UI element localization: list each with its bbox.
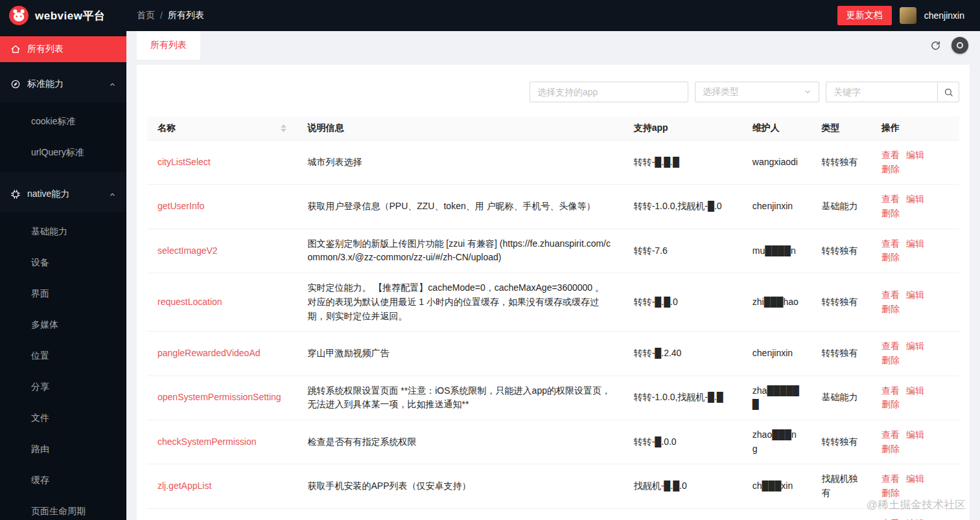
sidebar-item-standard-ability[interactable]: 标准能力	[0, 71, 126, 97]
sidebar-item-basic-ability[interactable]: 基础能力	[0, 219, 126, 245]
ability-name-link[interactable]: pangleRewardedVideoAd	[158, 348, 261, 358]
sidebar-item-urlquery-standard[interactable]: urlQuery标准	[0, 140, 126, 166]
column-label: 说明信息	[307, 122, 344, 133]
maintainer: zha██████	[742, 376, 811, 420]
delete-link[interactable]: 删除	[881, 252, 900, 262]
tab-all-list[interactable]: 所有列表	[137, 31, 200, 60]
ability-desc: 跳转系统权限设置页面 **注意：iOS系统限制，只能进入app的权限设置页，无法…	[297, 376, 623, 420]
ability-desc: 城市列表选择	[297, 141, 623, 185]
table-row: pangleRewardedVideoAd穿山甲激励视频广告转转-█.2.40c…	[147, 332, 959, 376]
sidebar-item-label: native能力	[27, 188, 69, 200]
delete-link[interactable]: 删除	[881, 444, 900, 454]
sort-control[interactable]	[281, 124, 286, 132]
sidebar-item-multimedia[interactable]: 多媒体	[0, 312, 126, 338]
logo-icon	[9, 6, 29, 25]
sidebar-item-label: 所有列表	[27, 43, 64, 55]
edit-link[interactable]: 编辑	[906, 429, 924, 440]
sidebar-item-label: 位置	[31, 350, 49, 362]
delete-link[interactable]: 删除	[881, 488, 900, 498]
delete-link[interactable]: 删除	[881, 399, 900, 409]
keyword-input[interactable]	[826, 82, 937, 102]
view-link[interactable]: 查看	[881, 289, 900, 300]
ability-name-link[interactable]: selectImageV2	[158, 245, 218, 256]
native-ability-icon	[10, 189, 21, 199]
column-header-ops: 操作	[871, 117, 959, 141]
cell-operations: 查看编辑删除	[871, 141, 959, 185]
ability-type: 转转独有	[811, 273, 872, 332]
sidebar-item-label: cookie标准	[31, 116, 75, 128]
maintainer: chenjinxin	[742, 185, 811, 229]
table-row: cityListSelect城市列表选择转转-█.█.█wangxiaodi转转…	[147, 141, 959, 185]
view-link[interactable]: 查看	[881, 238, 900, 249]
cell-operations: 查看编辑删除	[871, 185, 959, 229]
breadcrumb-home[interactable]: 首页	[137, 10, 155, 21]
maintainer: mu████n	[742, 229, 811, 273]
sidebar-item-ui[interactable]: 界面	[0, 281, 126, 307]
sidebar-item-route[interactable]: 路由	[0, 436, 126, 462]
sidebar-item-cookie-standard[interactable]: cookie标准	[0, 109, 126, 135]
sidebar-item-label: 路由	[31, 444, 49, 455]
supported-apps: 转转-7.6	[624, 229, 742, 273]
avatar[interactable]	[900, 7, 916, 24]
delete-link[interactable]: 删除	[881, 304, 900, 314]
supported-apps: 转转-█.█.0	[624, 273, 742, 332]
ability-name-link[interactable]: cityListSelect	[158, 157, 211, 167]
edit-link[interactable]: 编辑	[906, 385, 924, 396]
sidebar-submenu-native-ability: 基础能力设备界面多媒体位置分享文件路由缓存页面生命周期业务	[0, 212, 126, 520]
sidebar-item-share[interactable]: 分享	[0, 374, 126, 400]
ability-type: 转转独有	[811, 332, 872, 376]
view-link[interactable]: 查看	[881, 341, 900, 351]
sidebar-item-all-list[interactable]: 所有列表	[0, 36, 126, 62]
update-doc-button[interactable]: 更新文档	[837, 6, 892, 25]
delete-link[interactable]: 删除	[881, 164, 900, 174]
ability-desc: 实时定位能力。 【推荐配置】cacheMode=0，cacheMaxAge=36…	[297, 273, 623, 332]
ability-desc: 图文鉴别定制的新版上传图片功能 [zzui 有兼容] (https://fe.z…	[297, 229, 623, 273]
sidebar-item-cache[interactable]: 缓存	[0, 468, 126, 493]
cell-name: zlj.getAppList	[147, 464, 297, 508]
ability-type: 基础能力	[811, 376, 872, 420]
delete-link[interactable]: 删除	[881, 208, 900, 218]
ability-name-link[interactable]: checkSystemPermission	[158, 436, 257, 447]
app-filter-input[interactable]	[530, 82, 688, 102]
ability-type: 基础能力	[811, 185, 872, 229]
filter-bar: 选择类型	[147, 82, 959, 102]
edit-link[interactable]: 编辑	[906, 194, 924, 204]
supported-apps: 转转-1.0.0,找靓机-█.█	[624, 376, 742, 420]
ability-name-link[interactable]: getUserInfo	[158, 201, 204, 211]
type-select[interactable]: 选择类型	[695, 82, 819, 102]
sidebar-item-label: 页面生命周期	[31, 506, 86, 517]
ability-type: 转转独有	[811, 508, 872, 520]
edit-link[interactable]: 编辑	[906, 473, 924, 484]
type-select-placeholder: 选择类型	[703, 86, 739, 98]
ability-name-link[interactable]: zlj.getAppList	[158, 480, 211, 491]
maintainer: chenjinxin	[742, 508, 811, 520]
sidebar-item-file[interactable]: 文件	[0, 405, 126, 431]
edit-link[interactable]: 编辑	[906, 238, 924, 249]
settings-float-button[interactable]	[951, 37, 968, 54]
view-link[interactable]: 查看	[881, 150, 900, 160]
table-row: selectImageV2图文鉴别定制的新版上传图片功能 [zzui 有兼容] …	[147, 229, 959, 273]
column-header-name[interactable]: 名称	[147, 117, 297, 141]
ability-name-link[interactable]: requestLocation	[158, 297, 222, 307]
cell-operations: 查看编辑删除	[871, 508, 959, 520]
sidebar-item-location[interactable]: 位置	[0, 343, 126, 369]
search-button[interactable]	[937, 82, 959, 102]
edit-link[interactable]: 编辑	[906, 341, 924, 351]
sidebar-item-page-lifecycle[interactable]: 页面生命周期	[0, 499, 126, 520]
edit-link[interactable]: 编辑	[906, 150, 924, 160]
tab-actions	[930, 31, 980, 60]
view-link[interactable]: 查看	[881, 385, 900, 396]
view-link[interactable]: 查看	[881, 429, 900, 440]
sidebar-item-device[interactable]: 设备	[0, 250, 126, 276]
ability-name-link[interactable]: openSystemPermissionSetting	[158, 392, 281, 402]
breadcrumb: 首页 / 所有列表	[137, 10, 204, 21]
view-link[interactable]: 查看	[881, 473, 900, 484]
username[interactable]: chenjinxin	[924, 10, 964, 21]
ability-table: 名称说明信息支持app维护人类型操作 cityListSelect城市列表选择转…	[147, 117, 959, 520]
delete-link[interactable]: 删除	[881, 355, 900, 365]
column-label: 操作	[881, 122, 900, 133]
view-link[interactable]: 查看	[881, 194, 900, 204]
refresh-button[interactable]	[930, 40, 941, 51]
sidebar-item-native-ability[interactable]: native能力	[0, 181, 126, 207]
edit-link[interactable]: 编辑	[906, 289, 924, 300]
